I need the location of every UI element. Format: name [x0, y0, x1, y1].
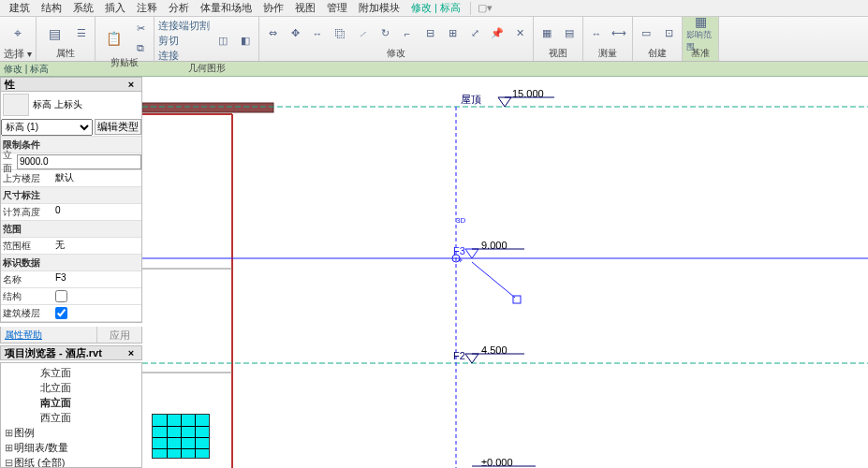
propagate-extents-button[interactable]: ▦影响范围: [686, 20, 714, 48]
menu-overflow-icon[interactable]: ▢▾: [475, 2, 495, 14]
drawing-canvas[interactable]: 屋顶 15.000 F3 9.000 ⌖ 3D F2 4.500 ±0.000: [142, 77, 868, 468]
modify-tool-button[interactable]: ⌖: [4, 20, 32, 48]
properties-panel-header: 性 ×: [0, 77, 142, 92]
prop-key-above: 上方楼层: [1, 172, 53, 185]
tree-node[interactable]: 西立面: [5, 410, 141, 425]
section-dimensions: 尺寸标注: [1, 189, 53, 202]
dimension-button[interactable]: ⟷: [610, 24, 628, 43]
browser-close-button[interactable]: ×: [125, 347, 138, 358]
tree-node[interactable]: 北立面: [5, 380, 141, 395]
move-button[interactable]: ✥: [286, 24, 304, 43]
ribbon-label-view: 视图: [537, 48, 579, 61]
properties-apply-button[interactable]: 应用: [96, 327, 141, 343]
tree-node[interactable]: ⊟图纸 (全部): [5, 455, 141, 468]
join-button[interactable]: 连接: [158, 49, 210, 63]
create-tool-2[interactable]: ⊡: [659, 24, 678, 43]
level-head-f3[interactable]: F3 9.000 ⌖ 3D: [452, 216, 524, 303]
ribbon-label-select: 选择: [4, 48, 24, 59]
ribbon-label-create: 创建: [637, 48, 678, 61]
prop-key-comp-height: 计算高度: [1, 206, 53, 219]
menu-item-annot[interactable]: 注释: [131, 1, 163, 15]
cut-button[interactable]: ✂: [131, 19, 150, 37]
project-browser: 东立面北立面南立面西立面⊞图例⊞明细表/数量⊟图纸 (全部)⊞001 - 总平面…: [0, 362, 142, 468]
browser-panel-header: 项目浏览器 - 酒店.rvt ×: [0, 345, 142, 360]
drag-preview-thumbnail: [152, 414, 210, 459]
rotate-button[interactable]: ↻: [375, 24, 394, 43]
type-props-button[interactable]: ☰: [72, 24, 91, 43]
scale-button[interactable]: ⤢: [465, 24, 484, 43]
menu-item-manage[interactable]: 管理: [321, 1, 353, 15]
prop-key-bldg-story: 建筑楼层: [1, 307, 53, 320]
paste-button[interactable]: 📋: [99, 24, 127, 52]
level-head-roof[interactable]: 屋顶 15.000: [461, 88, 554, 107]
prop-val-comp-height[interactable]: 0: [53, 205, 141, 220]
array-button[interactable]: ⊞: [443, 24, 462, 43]
ribbon-group-view: ▦ ▤ 视图: [534, 17, 583, 61]
cut-geom-button[interactable]: 剪切: [158, 34, 210, 48]
pin-button[interactable]: 📌: [488, 24, 507, 43]
coping-button[interactable]: 连接端切割: [158, 19, 210, 33]
properties-close-button[interactable]: ×: [125, 79, 138, 90]
prop-val-elevation[interactable]: [17, 154, 141, 169]
align-button[interactable]: ⇔: [263, 24, 282, 43]
ribbon-group-geometry: 连接端切割 剪切 连接 ◫ ◧ 几何图形: [154, 17, 259, 61]
ribbon-label-geometry: 几何图形: [158, 63, 255, 74]
ribbon-group-clipboard: 📋 ✂ ⧉ 剪贴板: [96, 17, 154, 61]
prop-val-name[interactable]: F3: [53, 272, 141, 287]
delete-button[interactable]: ✕: [510, 24, 529, 43]
ribbon-label-props: 属性: [40, 48, 91, 61]
svg-text:⌖: ⌖: [458, 256, 463, 265]
menu-item-addin[interactable]: 附加模块: [353, 1, 405, 15]
level-head-f2[interactable]: F2 4.500: [453, 344, 524, 363]
properties-button[interactable]: ▤: [40, 20, 68, 48]
ribbon-group-props: ▤ ☰ 属性: [37, 17, 96, 61]
menu-item-arch[interactable]: 建筑: [4, 1, 36, 15]
properties-panel: 标高 上标头 标高 (1) 编辑类型 限制条件 立面 上方楼层默认 尺寸标注 计…: [0, 92, 142, 323]
copy-mod-button[interactable]: ⿻: [331, 24, 349, 43]
mirror-button[interactable]: ⟋: [353, 24, 372, 43]
copy-button[interactable]: ⧉: [131, 38, 150, 57]
view-tool-1[interactable]: ▦: [537, 24, 556, 43]
prop-val-bldg-story[interactable]: [55, 307, 67, 319]
menu-item-struct[interactable]: 结构: [36, 1, 67, 15]
menu-item-view[interactable]: 视图: [289, 1, 321, 15]
ribbon: ⌖ 选择 ▾ ▤ ☰ 属性 📋 ✂ ⧉ 剪贴板 连接端切割 剪切 连接 ◫ ◧: [0, 17, 868, 62]
type-selector[interactable]: 标高 (1): [1, 119, 93, 136]
prop-val-structural[interactable]: [55, 290, 67, 302]
ribbon-group-measure: ↔ ⟷ 测量: [583, 17, 633, 61]
prop-val-above[interactable]: 默认: [53, 171, 141, 186]
geom-tool-1[interactable]: ◫: [213, 32, 232, 51]
tree-node[interactable]: ⊞明细表/数量: [5, 440, 141, 455]
create-tool-1[interactable]: ▭: [637, 24, 655, 43]
menu-separator: [470, 2, 471, 15]
ribbon-group-create: ▭ ⊡ 创建: [633, 17, 683, 61]
menu-item-collab[interactable]: 协作: [257, 1, 289, 15]
tree-node[interactable]: ⊞图例: [5, 425, 141, 440]
menu-item-insert[interactable]: 插入: [99, 1, 131, 15]
svg-line-7: [472, 262, 515, 298]
left-panels: 性 × 标高 上标头 标高 (1) 编辑类型 限制条件 立面 上方楼层默认 尺寸…: [0, 77, 142, 468]
tree-node[interactable]: 南立面: [5, 395, 141, 410]
menu-bar: 建筑 结构 系统 插入 注释 分析 体量和场地 协作 视图 管理 附加模块 修改…: [0, 0, 868, 17]
level-head-ground[interactable]: ±0.000: [472, 457, 536, 468]
menu-item-mass[interactable]: 体量和场地: [195, 1, 257, 15]
split-button[interactable]: ⊟: [420, 24, 439, 43]
view-tool-2[interactable]: ▤: [560, 24, 579, 43]
ribbon-group-select: ⌖ 选择 ▾: [0, 17, 37, 61]
svg-text:屋顶: 屋顶: [461, 94, 481, 105]
edit-type-button[interactable]: 编辑类型: [95, 119, 141, 135]
menu-item-sys[interactable]: 系统: [67, 1, 99, 15]
ribbon-label-measure: 测量: [587, 48, 628, 61]
geom-tool-2[interactable]: ◧: [236, 32, 255, 51]
properties-help-link[interactable]: 属性帮助: [1, 327, 96, 343]
tree-node[interactable]: 东立面: [5, 365, 141, 380]
measure-button[interactable]: ↔: [587, 24, 606, 43]
trim-button[interactable]: ⌐: [398, 24, 417, 43]
prop-val-scope[interactable]: 无: [53, 239, 141, 254]
svg-text:F2: F2: [453, 350, 465, 361]
menu-item-modify-level[interactable]: 修改 | 标高: [405, 1, 466, 15]
offset-button[interactable]: ↔: [308, 24, 327, 43]
ribbon-label-datum: 基准: [686, 48, 714, 61]
type-name-label: 标高 上标头: [33, 98, 140, 111]
menu-item-analyze[interactable]: 分析: [163, 1, 195, 15]
